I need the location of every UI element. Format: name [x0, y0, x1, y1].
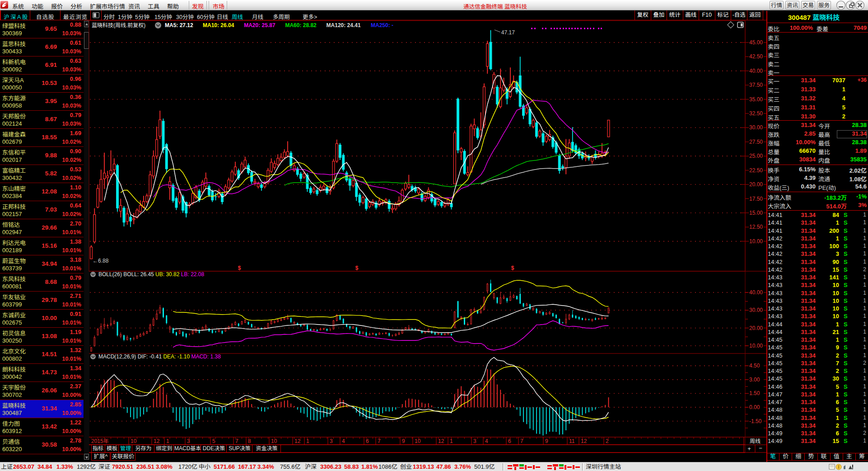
svg-text:5: 5 — [212, 438, 215, 444]
svg-text:−: − — [759, 445, 762, 452]
svg-text:9: 9 — [545, 438, 548, 444]
svg-text:12: 12 — [581, 438, 587, 444]
svg-text:8: 8 — [248, 438, 251, 444]
svg-text:MA5: 27.12: MA5: 27.12 — [165, 22, 193, 28]
svg-text:12: 12 — [438, 438, 444, 444]
svg-text:6: 6 — [508, 438, 511, 444]
svg-text:7: 7 — [235, 438, 238, 444]
svg-text:MA250: -: MA250: - — [371, 22, 393, 28]
svg-text:12: 12 — [294, 438, 301, 444]
svg-text:4: 4 — [342, 438, 345, 444]
svg-text:10: 10 — [415, 438, 421, 444]
svg-text:MACD(12,26,9) DIF: -0.41 DEA: MACD(12,26,9) DIF: -0.41 DEA: -1.10 MACD… — [98, 353, 221, 360]
svg-text:47.17: 47.17 — [501, 29, 515, 36]
svg-text:3: 3 — [473, 438, 476, 444]
svg-text:6: 6 — [366, 438, 369, 444]
svg-text:17.50: 17.50 — [749, 196, 763, 202]
svg-text:$: $ — [355, 265, 359, 271]
svg-text:$: $ — [511, 265, 514, 271]
svg-text:11: 11 — [569, 438, 575, 444]
svg-text:40.00: 40.00 — [749, 68, 763, 74]
svg-text:+: + — [747, 445, 751, 452]
svg-text:42.50: 42.50 — [749, 53, 763, 60]
svg-text:1: 1 — [306, 438, 309, 444]
svg-text:4: 4 — [485, 438, 488, 444]
svg-text:←6.88: ←6.88 — [93, 258, 109, 264]
svg-text:2015年: 2015年 — [91, 438, 109, 444]
svg-text:1: 1 — [450, 438, 453, 444]
svg-text:MA20: 25.87: MA20: 25.87 — [244, 22, 275, 28]
svg-text:$: $ — [238, 265, 241, 271]
svg-text:9: 9 — [402, 438, 405, 444]
svg-text:10: 10 — [271, 438, 277, 444]
svg-text:BOLL(26) BOLL: 26.45 UB: 30.: BOLL(26) BOLL: 26.45 UB: 30.82 LB: 22.08 — [98, 271, 205, 278]
svg-text:3: 3 — [330, 438, 333, 444]
svg-text:45.00: 45.00 — [749, 39, 763, 46]
svg-text:蓝晓科技(周线.前复权): 蓝晓科技(周线.前复权) — [92, 22, 145, 28]
svg-text:3: 3 — [187, 438, 190, 444]
svg-text:MA120: 24.41: MA120: 24.41 — [327, 22, 361, 28]
svg-text:MA10: 26.04: MA10: 26.04 — [203, 22, 234, 28]
svg-text:2: 2 — [606, 438, 609, 444]
svg-text:MA60: 28.82: MA60: 28.82 — [285, 22, 317, 28]
svg-text:7: 7 — [378, 438, 381, 444]
svg-text:10: 10 — [131, 438, 137, 444]
svg-text:1: 1 — [166, 438, 169, 444]
svg-text:12: 12 — [154, 438, 160, 444]
svg-text:7: 7 — [520, 438, 523, 444]
